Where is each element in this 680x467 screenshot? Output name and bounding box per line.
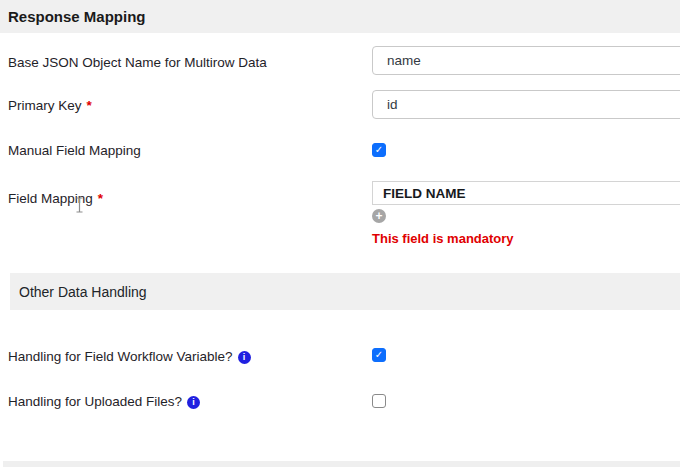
section-header-other-data-handling: Other Data Handling	[10, 273, 680, 310]
section-title-response-mapping: Response Mapping	[8, 8, 146, 25]
primary-key-label: Primary Key *	[8, 98, 92, 114]
base-json-object-name-input[interactable]	[372, 46, 680, 75]
check-icon: ✓	[375, 145, 383, 155]
field-mapping-error-message: This field is mandatory	[372, 231, 514, 246]
uploaded-files-label: Handling for Uploaded Files? i	[8, 394, 200, 410]
field-mapping-label: Field Mapping *	[8, 191, 103, 207]
manual-field-mapping-checkbox[interactable]: ✓	[372, 143, 386, 157]
add-row-button[interactable]: +	[372, 209, 386, 223]
field-name-column-header: FIELD NAME	[383, 186, 466, 201]
section-header-response-mapping: Response Mapping	[0, 0, 680, 33]
base-json-object-name-label: Base JSON Object Name for Multirow Data	[8, 55, 267, 71]
manual-field-mapping-label-text: Manual Field Mapping	[8, 143, 141, 159]
uploaded-files-checkbox[interactable]: ✓	[372, 394, 386, 408]
section-title-other-data-handling: Other Data Handling	[19, 284, 147, 300]
info-icon[interactable]: i	[187, 396, 200, 409]
plus-icon: +	[375, 210, 382, 222]
info-icon[interactable]: i	[238, 351, 251, 364]
field-mapping-table-header: FIELD NAME	[372, 181, 680, 205]
text-cursor-icon	[75, 197, 84, 213]
workflow-variable-label-text: Handling for Field Workflow Variable?	[8, 349, 233, 365]
check-icon: ✓	[375, 350, 383, 360]
manual-field-mapping-label: Manual Field Mapping	[8, 143, 141, 159]
primary-key-input[interactable]	[372, 90, 680, 119]
base-json-object-name-label-text: Base JSON Object Name for Multirow Data	[8, 55, 267, 71]
required-asterisk: *	[87, 98, 92, 114]
workflow-variable-label: Handling for Field Workflow Variable? i	[8, 349, 251, 365]
required-asterisk: *	[98, 191, 103, 207]
next-section-bar	[3, 461, 680, 467]
response-mapping-form: Response Mapping Base JSON Object Name f…	[0, 0, 680, 467]
uploaded-files-label-text: Handling for Uploaded Files?	[8, 394, 182, 410]
primary-key-label-text: Primary Key	[8, 98, 82, 114]
workflow-variable-checkbox[interactable]: ✓	[372, 348, 386, 362]
